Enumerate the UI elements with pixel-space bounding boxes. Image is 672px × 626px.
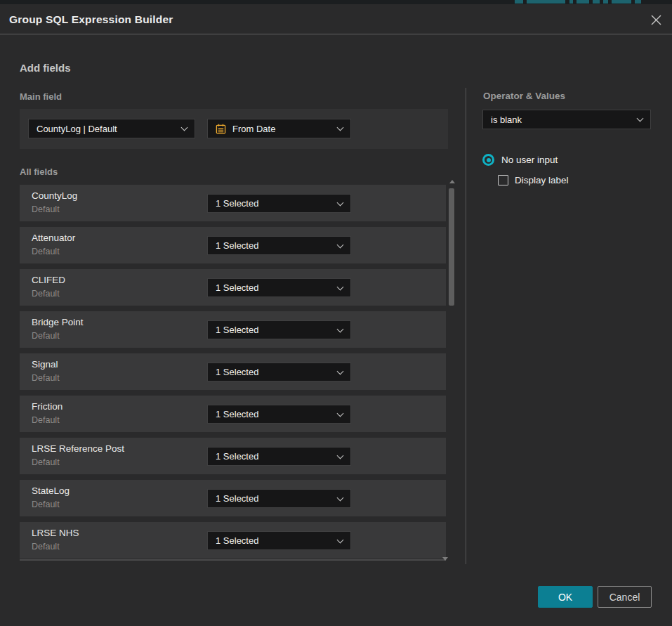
field-sublabel: Default: [32, 500, 60, 509]
clipped-toolbar-fragment: [577, 0, 589, 4]
field-row: Attenuator Default 1 Selected: [20, 227, 446, 263]
close-icon: [650, 14, 662, 26]
field-selection-value: 1 Selected: [216, 325, 332, 335]
field-selection-dropdown[interactable]: 1 Selected: [207, 405, 351, 424]
field-name: LRSE NHS: [32, 528, 79, 538]
scrollbar-thumb[interactable]: [449, 188, 454, 306]
chevron-down-icon: [337, 241, 344, 248]
main-field-layer-value: CountyLog | Default: [37, 124, 176, 134]
chevron-down-icon: [637, 115, 644, 122]
group-sql-expression-builder-dialog: Group SQL Expression Builder Add fields …: [0, 4, 672, 626]
field-sublabel: Default: [32, 331, 60, 341]
calendar-icon: [216, 124, 226, 134]
chevron-down-icon: [337, 367, 344, 374]
chevron-down-icon: [181, 124, 188, 131]
field-name: CountyLog: [32, 190, 77, 201]
field-selection-value: 1 Selected: [216, 493, 332, 504]
main-field-layer-dropdown[interactable]: CountyLog | Default: [28, 119, 195, 138]
dialog-title: Group SQL Expression Builder: [9, 4, 173, 34]
checkbox-icon[interactable]: [498, 175, 508, 185]
field-selection-dropdown[interactable]: 1 Selected: [207, 531, 351, 550]
main-field-field-dropdown[interactable]: From Date: [207, 119, 351, 138]
scrollbar-down-arrow-icon[interactable]: [442, 557, 448, 561]
main-field-heading: Main field: [20, 91, 62, 102]
field-selection-value: 1 Selected: [216, 409, 332, 419]
clipped-toolbar-fragment: [527, 0, 565, 4]
field-selection-dropdown[interactable]: 1 Selected: [207, 278, 351, 297]
operator-value: is blank: [491, 115, 632, 125]
field-sublabel: Default: [32, 542, 60, 552]
no-user-input-label: No user input: [501, 155, 558, 165]
field-selection-dropdown[interactable]: 1 Selected: [207, 447, 351, 466]
field-name: Attenuator: [32, 233, 75, 243]
scrollbar-up-arrow-icon[interactable]: [449, 180, 455, 183]
ok-button[interactable]: OK: [538, 586, 593, 608]
field-selection-dropdown[interactable]: 1 Selected: [207, 320, 351, 339]
clipped-toolbar-fragment: [515, 0, 523, 4]
chevron-down-icon: [337, 494, 344, 501]
field-sublabel: Default: [32, 457, 60, 467]
close-button[interactable]: [648, 12, 664, 27]
field-sublabel: Default: [32, 415, 60, 425]
field-name: StateLog: [32, 485, 70, 496]
field-selection-value: 1 Selected: [216, 240, 332, 251]
no-user-input-option[interactable]: No user input: [482, 154, 558, 166]
field-name: LRSE Reference Post: [32, 443, 124, 454]
clipped-toolbar-fragment: [569, 0, 573, 4]
field-selection-value: 1 Selected: [216, 451, 332, 462]
field-selection-value: 1 Selected: [216, 535, 332, 546]
chevron-down-icon: [337, 283, 344, 290]
add-fields-heading: Add fields: [20, 62, 71, 74]
field-name: Friction: [32, 401, 62, 412]
radio-button-icon[interactable]: [482, 154, 494, 166]
field-selection-dropdown[interactable]: 1 Selected: [207, 194, 351, 213]
operator-dropdown[interactable]: is blank: [482, 110, 651, 129]
field-row: Signal Default 1 Selected: [20, 353, 446, 390]
field-row: StateLog Default 1 Selected: [20, 480, 446, 516]
dialog-title-bar: Group SQL Expression Builder: [0, 4, 672, 34]
chevron-down-icon: [337, 410, 344, 417]
field-selection-value: 1 Selected: [216, 282, 332, 293]
field-row: LRSE Reference Post Default 1 Selected: [20, 438, 446, 474]
all-fields-heading: All fields: [20, 167, 58, 177]
chevron-down-icon: [337, 199, 344, 206]
panel-divider: [466, 88, 466, 564]
chevron-down-icon: [337, 325, 344, 332]
field-name: Bridge Point: [32, 317, 84, 327]
clipped-toolbar-fragment: [635, 0, 641, 4]
field-selection-dropdown[interactable]: 1 Selected: [207, 363, 351, 382]
clipped-toolbar-fragment: [612, 0, 631, 4]
field-row: Bridge Point Default 1 Selected: [20, 311, 446, 348]
partial-next-row: [20, 559, 446, 561]
chevron-down-icon: [337, 124, 344, 131]
display-label-label: Display label: [515, 175, 569, 185]
clipped-toolbar-fragment: [593, 0, 600, 4]
operator-values-heading: Operator & Values: [483, 91, 565, 101]
field-row: CLIFED Default 1 Selected: [20, 269, 446, 306]
field-selection-dropdown[interactable]: 1 Selected: [207, 236, 351, 255]
clipped-toolbar-fragment: [603, 0, 608, 4]
chevron-down-icon: [337, 536, 344, 543]
cancel-button[interactable]: Cancel: [598, 586, 652, 608]
display-label-option[interactable]: Display label: [498, 175, 569, 185]
field-sublabel: Default: [32, 247, 60, 256]
all-fields-list: CountyLog Default 1 Selected Attenuator …: [20, 185, 446, 564]
field-sublabel: Default: [32, 373, 60, 383]
field-selection-value: 1 Selected: [216, 198, 332, 209]
field-name: Signal: [32, 359, 58, 370]
field-selection-value: 1 Selected: [216, 367, 332, 377]
field-name: CLIFED: [32, 275, 65, 285]
field-row: LRSE NHS Default 1 Selected: [20, 522, 446, 559]
field-sublabel: Default: [32, 204, 60, 214]
field-row: CountyLog Default 1 Selected: [20, 185, 446, 221]
field-sublabel: Default: [32, 289, 60, 299]
chevron-down-icon: [337, 452, 344, 459]
field-row: Friction Default 1 Selected: [20, 396, 446, 432]
main-field-field-value: From Date: [232, 124, 332, 134]
field-selection-dropdown[interactable]: 1 Selected: [207, 489, 351, 508]
